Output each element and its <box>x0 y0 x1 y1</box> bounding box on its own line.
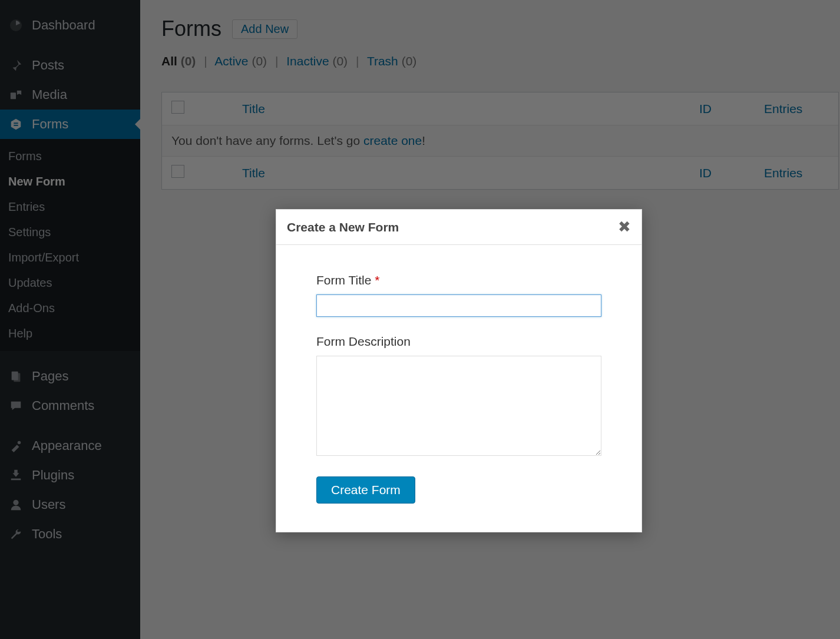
form-title-label: Form Title* <box>316 273 601 287</box>
form-description-textarea[interactable] <box>316 356 601 456</box>
create-form-button[interactable]: Create Form <box>316 476 415 504</box>
modal-body: Form Title* Form Description Create Form <box>276 245 641 532</box>
required-mark: * <box>375 273 379 287</box>
modal-title: Create a New Form <box>287 220 399 234</box>
form-title-input[interactable] <box>316 294 601 317</box>
form-description-label: Form Description <box>316 335 601 349</box>
close-icon: ✖ <box>618 218 631 236</box>
modal-header: Create a New Form ✖ <box>276 210 641 245</box>
modal-close-button[interactable]: ✖ <box>618 218 631 236</box>
create-form-modal: Create a New Form ✖ Form Title* Form Des… <box>276 209 642 532</box>
